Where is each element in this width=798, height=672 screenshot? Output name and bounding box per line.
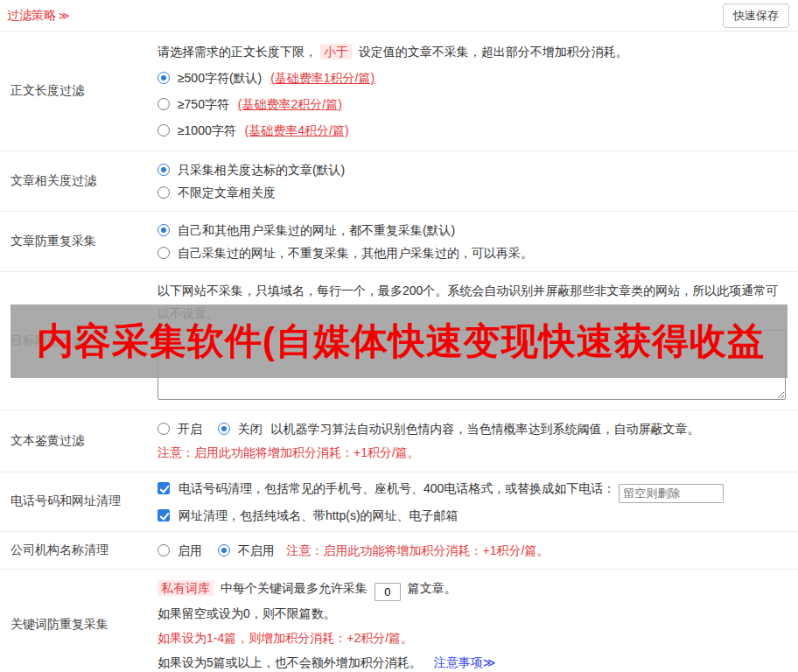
row-porn-filter: 文本鉴黄过滤 开启 关闭 以机器学习算法自动识别色情内容，当色情概率达到系统阈值…	[0, 410, 798, 472]
row-label-company: 公司机构名称清理	[0, 532, 149, 569]
porn-filter-cost-note: 注意：启用此功能将增加积分消耗：+1积分/篇。	[158, 441, 786, 465]
option-1000-chars: ≥1000字符 (基础费率4积分/篇)	[158, 117, 786, 144]
keyword-note-five: 如果设为5篇或以上，也不会额外增加积分消耗。 注意事项≫	[158, 650, 786, 672]
keyword-count-input[interactable]	[374, 583, 401, 601]
checkbox-url-cleanup[interactable]	[158, 509, 170, 522]
radio-company-off[interactable]	[218, 544, 230, 556]
row-label-keyword: 关键词防重复采集	[0, 570, 149, 672]
row-dedup-collection: 文章防重复采集 自己和其他用户采集过的网址，都不重复采集(默认) 自己采集过的网…	[0, 212, 798, 272]
url-cleanup-line: 网址清理，包括纯域名、带http(s)的网址、电子邮箱	[158, 503, 786, 528]
topbar: 过滤策略 ≫ 快速保存	[0, 0, 798, 32]
collapse-arrow-icon: ≫	[59, 10, 70, 22]
radio-relevance-strict[interactable]	[158, 164, 170, 176]
row-keyword-dedup: 关键词防重复采集 私有词库 中每个关键词最多允许采集 篇文章。 如果留空或设为0…	[0, 570, 798, 672]
radio-dedup-self-only[interactable]	[158, 247, 170, 259]
keyword-limit-line: 私有词库 中每个关键词最多允许采集 篇文章。	[158, 576, 786, 601]
option-750-chars: ≥750字符 (基础费率2积分/篇)	[158, 91, 786, 117]
row-label-relevance: 文章相关度过滤	[0, 151, 149, 211]
company-cleanup-options: 启用 不启用 注意：启用此功能将增加积分消耗：+1积分/篇。	[158, 539, 786, 562]
option-dedup-all-users: 自己和其他用户采集过的网址，都不重复采集(默认)	[158, 219, 786, 242]
phone-cleanup-line: 电话号码清理，包括常见的手机号、座机号、400电话格式，或替换成如下电话：	[158, 476, 786, 503]
option-dedup-self-only: 自己采集过的网址，不重复采集，其他用户采集过的，可以再采。	[158, 242, 786, 264]
row-label-target-site: 目标网站过滤	[0, 272, 149, 410]
notice-link[interactable]: 注意事项≫	[434, 655, 496, 669]
page-title: 过滤策略	[7, 8, 56, 24]
radio-company-on[interactable]	[158, 544, 170, 556]
filter-strategy-toggle[interactable]: 过滤策略 ≫	[7, 8, 70, 24]
row-company-cleanup: 公司机构名称清理 启用 不启用 注意：启用此功能将增加积分消耗：+1积分/篇。	[0, 532, 798, 570]
company-cost-note: 注意：启用此功能将增加积分消耗：+1积分/篇。	[287, 543, 550, 557]
rate-note: (基础费率2积分/篇)	[238, 97, 342, 111]
blocked-sites-textarea[interactable]	[158, 330, 786, 400]
radio-500-chars[interactable]	[158, 72, 170, 84]
row-label-dedup: 文章防重复采集	[0, 212, 149, 271]
row-label-phone-url: 电话号码和网址清理	[0, 472, 149, 531]
row-relevance-filter: 文章相关度过滤 只采集相关度达标的文章(默认) 不限定文章相关度	[0, 151, 798, 212]
target-site-desc: 以下网站不采集，只填域名，每行一个，最多200个。系统会自动识别并屏蔽那些非文章…	[158, 279, 786, 325]
keyword-note-cost: 如果设为1-4篇，则增加积分消耗：+2积分/篇。	[158, 626, 786, 650]
option-relevance-strict: 只采集相关度达标的文章(默认)	[158, 158, 786, 181]
less-than-highlight: 小于	[320, 44, 352, 60]
radio-porn-on[interactable]	[158, 423, 170, 435]
radio-dedup-all-users[interactable]	[158, 224, 170, 236]
radio-1000-chars[interactable]	[158, 124, 170, 136]
option-relevance-any: 不限定文章相关度	[158, 181, 786, 204]
rate-note: (基础费率4积分/篇)	[245, 123, 349, 137]
radio-relevance-any[interactable]	[158, 186, 170, 199]
rate-note: (基础费率1积分/篇)	[270, 71, 374, 85]
row-body-length-filter: 正文长度过滤 请选择需求的正文长度下限， 小于 设定值的文章不采集，超出部分不增…	[0, 32, 798, 151]
private-thesaurus-highlight: 私有词库	[158, 580, 214, 596]
radio-porn-off[interactable]	[218, 423, 230, 435]
checkbox-phone-cleanup[interactable]	[158, 482, 170, 494]
row-phone-url-cleanup: 电话号码和网址清理 电话号码清理，包括常见的手机号、座机号、400电话格式，或替…	[0, 472, 798, 532]
keyword-note-zero: 如果留空或设为0，则不限篇数。	[158, 601, 786, 626]
body-length-intro: 请选择需求的正文长度下限， 小于 设定值的文章不采集，超出部分不增加积分消耗。	[158, 38, 786, 65]
porn-filter-options: 开启 关闭 以机器学习算法自动识别色情内容，当色情概率达到系统阈值，自动屏蔽文章…	[158, 417, 786, 441]
row-label-porn-filter: 文本鉴黄过滤	[0, 410, 149, 472]
row-target-site-filter: 目标网站过滤 以下网站不采集，只填域名，每行一个，最多200个。系统会自动识别并…	[0, 272, 798, 410]
option-500-chars: ≥500字符(默认) (基础费率1积分/篇)	[158, 65, 786, 91]
replacement-phone-input[interactable]	[619, 484, 724, 503]
row-label-body-length: 正文长度过滤	[0, 32, 149, 150]
radio-750-chars[interactable]	[158, 98, 170, 110]
quick-save-button[interactable]: 快速保存	[723, 4, 789, 28]
